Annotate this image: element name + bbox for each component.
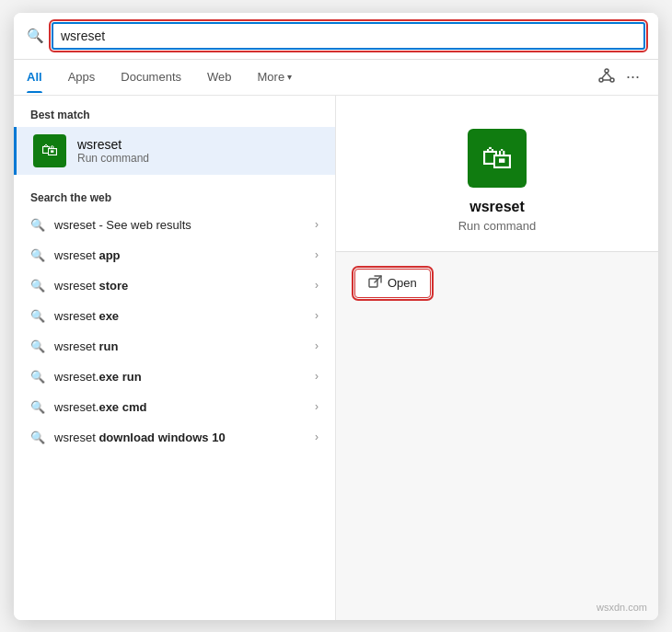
- search-icon: 🔍: [27, 28, 44, 44]
- search-web-icon: 🔍: [30, 400, 45, 414]
- search-bar: 🔍: [14, 13, 658, 60]
- svg-line-4: [607, 73, 611, 78]
- right-app-name: wsreset: [469, 199, 525, 215]
- list-item[interactable]: 🔍 wsreset.exe run ›: [14, 362, 335, 392]
- store-icon: 🛍: [41, 141, 58, 160]
- list-item[interactable]: 🔍 wsreset app ›: [14, 240, 335, 270]
- best-match-subtitle: Run command: [77, 152, 149, 165]
- search-web-icon: 🔍: [30, 218, 45, 232]
- more-options-button[interactable]: ···: [620, 61, 645, 93]
- ellipsis-icon: ···: [626, 67, 640, 86]
- open-label: Open: [388, 276, 417, 290]
- web-item-text: wsreset store: [54, 279, 306, 293]
- tabs-row: All Apps Documents Web More ▾ ···: [14, 60, 658, 96]
- tab-all[interactable]: All: [27, 61, 55, 93]
- list-item[interactable]: 🔍 wsreset run ›: [14, 331, 335, 362]
- search-web-icon: 🔍: [30, 248, 45, 262]
- store-large-icon: 🛍: [481, 140, 513, 176]
- search-web-icon: 🔍: [30, 431, 45, 444]
- web-item-text: wsreset - See web results: [54, 218, 306, 232]
- main-content: Best match 🛍 wsreset Run command Search …: [14, 96, 658, 620]
- search-web-icon: 🔍: [30, 279, 45, 293]
- arrow-right-icon: ›: [315, 400, 319, 413]
- web-item-text: wsreset.exe run: [54, 370, 306, 384]
- list-item[interactable]: 🔍 wsreset download windows 10 ›: [14, 422, 335, 453]
- open-button[interactable]: Open: [354, 269, 431, 298]
- svg-point-0: [605, 69, 608, 73]
- best-match-text: wsreset Run command: [77, 137, 149, 165]
- arrow-right-icon: ›: [315, 309, 319, 322]
- arrow-right-icon: ›: [315, 370, 319, 383]
- list-item[interactable]: 🔍 wsreset.exe cmd ›: [14, 392, 335, 422]
- web-item-text: wsreset run: [54, 339, 306, 353]
- tab-more[interactable]: More ▾: [245, 61, 306, 93]
- svg-point-2: [610, 78, 614, 82]
- search-web-icon: 🔍: [30, 339, 45, 353]
- right-panel: 🛍 wsreset Run command Open: [336, 96, 658, 620]
- right-app-icon: 🛍: [468, 129, 527, 188]
- arrow-right-icon: ›: [315, 279, 319, 292]
- arrow-right-icon: ›: [315, 248, 319, 261]
- right-actions: Open: [336, 252, 658, 315]
- list-item[interactable]: 🔍 wsreset - See web results ›: [14, 210, 335, 240]
- watermark: wsxdn.com: [597, 602, 647, 613]
- tab-web[interactable]: Web: [194, 61, 245, 93]
- svg-rect-6: [369, 279, 377, 287]
- web-item-text: wsreset.exe cmd: [54, 400, 306, 414]
- tab-documents[interactable]: Documents: [108, 61, 194, 93]
- svg-line-3: [602, 73, 607, 78]
- right-app-type: Run command: [458, 219, 537, 233]
- web-search-label: Search the web: [14, 178, 335, 210]
- app-detail-header: 🛍 wsreset Run command: [336, 96, 658, 252]
- arrow-right-icon: ›: [315, 339, 319, 352]
- web-item-text: wsreset exe: [54, 309, 306, 323]
- best-match-item[interactable]: 🛍 wsreset Run command: [14, 127, 335, 175]
- open-external-icon: [368, 275, 382, 292]
- arrow-right-icon: ›: [315, 218, 319, 231]
- chevron-down-icon: ▾: [287, 72, 292, 82]
- web-item-text: wsreset app: [54, 248, 306, 262]
- left-panel: Best match 🛍 wsreset Run command Search …: [14, 96, 336, 620]
- arrow-right-icon: ›: [315, 431, 319, 443]
- best-match-label: Best match: [14, 96, 335, 127]
- list-item[interactable]: 🔍 wsreset exe ›: [14, 301, 335, 331]
- network-icon: [598, 67, 615, 84]
- list-item[interactable]: 🔍 wsreset store ›: [14, 270, 335, 301]
- best-match-title: wsreset: [77, 137, 149, 152]
- search-web-icon: 🔍: [30, 370, 45, 384]
- tab-apps[interactable]: Apps: [55, 61, 109, 93]
- search-input[interactable]: [52, 22, 645, 50]
- search-web-icon: 🔍: [30, 309, 45, 323]
- svg-point-1: [599, 78, 603, 82]
- app-icon: 🛍: [33, 134, 66, 167]
- web-item-text: wsreset download windows 10: [54, 431, 306, 444]
- network-icon-button[interactable]: [593, 60, 620, 95]
